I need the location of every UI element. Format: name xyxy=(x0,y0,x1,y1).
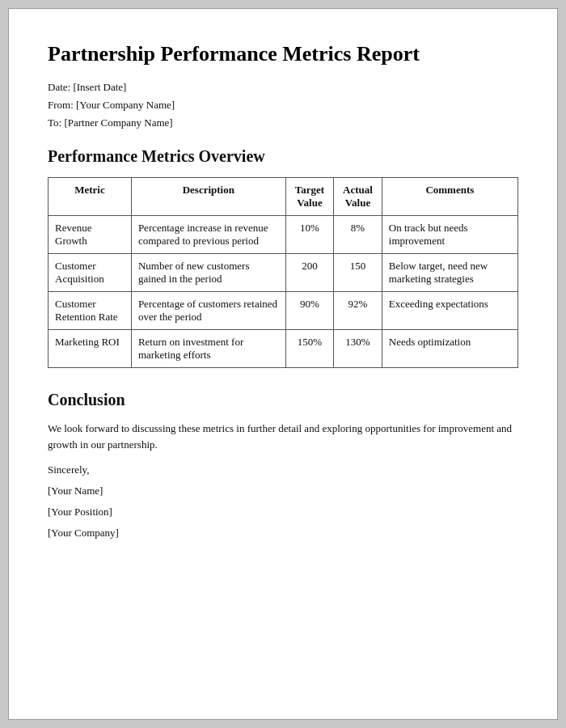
sign-name: [Your Name] xyxy=(48,485,518,497)
cell-target: 150% xyxy=(285,330,333,368)
cell-target: 10% xyxy=(285,216,333,254)
cell-target: 200 xyxy=(285,254,333,292)
cell-comments: On track but needs improvement xyxy=(382,216,517,254)
table-row: Revenue GrowthPercentage increase in rev… xyxy=(49,216,518,254)
cell-actual: 130% xyxy=(334,330,382,368)
table-row: Customer Retention RatePercentage of cus… xyxy=(49,292,518,330)
cell-description: Percentage increase in revenue compared … xyxy=(131,216,285,254)
report-title: Partnership Performance Metrics Report xyxy=(48,41,518,66)
cell-metric: Customer Retention Rate xyxy=(49,292,132,330)
cell-metric: Revenue Growth xyxy=(49,216,132,254)
table-row: Customer AcquisitionNumber of new custom… xyxy=(49,254,518,292)
col-header-metric: Metric xyxy=(49,178,132,216)
col-header-target: Target Value xyxy=(285,178,333,216)
sign-sincerely: Sincerely, xyxy=(48,463,518,476)
sign-position: [Your Position] xyxy=(48,506,518,518)
report-page: Partnership Performance Metrics Report D… xyxy=(8,8,558,720)
to-line: To: [Partner Company Name] xyxy=(48,116,518,129)
metrics-table: Metric Description Target Value Actual V… xyxy=(48,177,518,368)
cell-description: Percentage of customers retained over th… xyxy=(131,292,285,330)
col-header-description: Description xyxy=(131,178,285,216)
from-line: From: [Your Company Name] xyxy=(48,99,518,112)
cell-metric: Customer Acquisition xyxy=(49,254,132,292)
cell-comments: Below target, need new marketing strateg… xyxy=(382,254,517,292)
cell-comments: Needs optimization xyxy=(382,330,517,368)
table-row: Marketing ROIReturn on investment for ma… xyxy=(49,330,518,368)
cell-actual: 150 xyxy=(334,254,382,292)
col-header-comments: Comments xyxy=(382,178,517,216)
cell-metric: Marketing ROI xyxy=(49,330,132,368)
cell-actual: 92% xyxy=(334,292,382,330)
metrics-heading: Performance Metrics Overview xyxy=(48,147,518,166)
cell-actual: 8% xyxy=(334,216,382,254)
col-header-actual: Actual Value xyxy=(334,178,382,216)
sign-company: [Your Company] xyxy=(48,527,518,540)
cell-target: 90% xyxy=(285,292,333,330)
cell-comments: Exceeding expectations xyxy=(382,292,517,330)
conclusion-heading: Conclusion xyxy=(48,391,518,409)
conclusion-text: We look forward to discussing these metr… xyxy=(48,421,518,452)
cell-description: Number of new customers gained in the pe… xyxy=(131,254,285,292)
date-line: Date: [Insert Date] xyxy=(48,81,518,94)
cell-description: Return on investment for marketing effor… xyxy=(131,330,285,368)
